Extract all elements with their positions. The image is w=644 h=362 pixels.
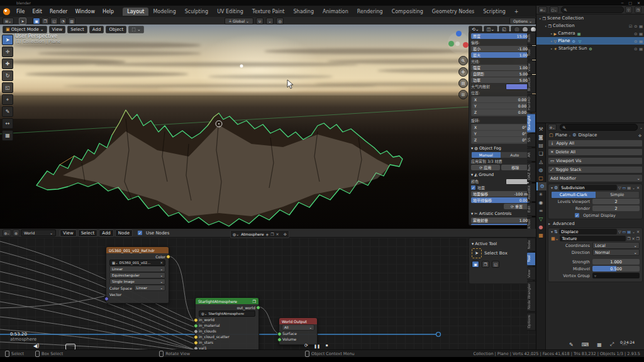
add-modifier-dropdown[interactable]: Add Modifier⌄	[548, 174, 643, 182]
realtime-display-icon[interactable]: ▭	[623, 229, 626, 234]
volume-input-socket[interactable]	[277, 337, 282, 342]
advanced-section[interactable]: ▸ Advanced	[546, 221, 644, 226]
outliner-row-starlight-sun[interactable]: •☀Starlight Sun⚙⊙▤	[536, 45, 644, 52]
value-field[interactable]: 雾散射量1.00	[471, 217, 530, 223]
use-nodes-toggle[interactable]: ✓ Use Nodes	[138, 231, 169, 236]
optimal-display-toggle[interactable]: ✓ Optimal Display	[548, 212, 642, 219]
transform-orientation-dropdown[interactable]: ⟂ Global ⌄	[225, 18, 253, 25]
transform-tool-icon[interactable]: ⌖	[2, 94, 13, 105]
camera-icon[interactable]: ▤	[639, 39, 643, 43]
speaker-icon[interactable]: ◀)	[33, 343, 39, 349]
annotate-tool-icon[interactable]: ✎	[2, 106, 13, 117]
move-tool-icon[interactable]: ✚	[2, 58, 13, 69]
color-swatch[interactable]	[506, 178, 530, 185]
camera-icon[interactable]: ▤	[639, 24, 643, 28]
viewport-vis-button[interactable]: ▭Viewport Vis	[548, 157, 643, 165]
viewport-menu-add[interactable]: Add	[89, 26, 104, 33]
axis-value-field[interactable]: Y0.00	[472, 103, 528, 109]
fake-user-icon[interactable]: ◈	[266, 232, 269, 236]
section-header-ground[interactable]: ▾◭Ground	[471, 172, 530, 178]
shader-node-editor[interactable]: ◍⌄ ◍ World ⌄ ViewSelectAddNode ✓ Use Nod…	[0, 229, 536, 349]
select-mode-new-icon[interactable]: ▣	[472, 261, 479, 268]
falloff-icon-4[interactable]: ◔	[59, 18, 67, 25]
mode-dropdown[interactable]: ▣ Object Mode ⌄	[3, 26, 47, 33]
measure-tool-icon[interactable]: ↔	[2, 118, 13, 129]
falloff-icon-2[interactable]: ❐	[42, 18, 49, 25]
workspace-tab-shading[interactable]: Shading	[289, 8, 318, 16]
value-slider[interactable]: 地平线偏移0.00	[471, 197, 530, 203]
select-mode-sub-icon[interactable]: ◱	[492, 261, 499, 268]
viewport-3d[interactable]: ▣ Object Mode ⌄ ViewSelectAddObject ⬚ ⌄ …	[0, 25, 536, 229]
workspace-tab-animation[interactable]: Animation	[318, 8, 353, 16]
midlevel-slider[interactable]: 0.500	[592, 266, 640, 272]
filter-funnel-icon[interactable]: ▽	[625, 6, 632, 13]
edit-mode-display-icon[interactable]: ▽	[618, 229, 621, 234]
maximize-button[interactable]: □	[628, 1, 632, 5]
node-editor-tab-options[interactable]: Options	[527, 312, 536, 331]
output-target-dropdown[interactable]: All⌄	[282, 324, 314, 331]
strength-field[interactable]: 1.000	[592, 259, 640, 265]
close-icon[interactable]: ✕	[636, 229, 640, 234]
menu-file[interactable]: File	[13, 8, 28, 16]
menu-edit[interactable]: Edit	[28, 8, 46, 16]
unlink-icon[interactable]: ✕	[160, 261, 163, 265]
modifier-name-field[interactable]: Displace	[559, 229, 617, 234]
output-icon[interactable]: ▤	[536, 141, 545, 150]
rotate-tool-icon[interactable]: ↻	[2, 70, 13, 81]
close-button[interactable]: ✕	[637, 1, 640, 5]
gizmo-y-axis[interactable]	[448, 41, 454, 47]
world-icon[interactable]: ◍	[536, 166, 545, 174]
equirectangular-dropdown[interactable]: Equirectangular⌄	[109, 272, 165, 278]
simple-button[interactable]: Simple	[596, 192, 640, 198]
pause-icon[interactable]: ❚❚	[314, 344, 320, 348]
camera-icon[interactable]: ▤	[639, 31, 643, 36]
reset-button[interactable]: ⟳重置	[504, 204, 530, 209]
gizmo-x-axis[interactable]	[463, 42, 469, 48]
colorspace-dropdown[interactable]: Linear⌄	[134, 285, 165, 291]
pin-icon[interactable]: ✜	[638, 133, 641, 138]
close-icon[interactable]: ✕	[636, 185, 640, 190]
disclosure-dot-icon[interactable]: •	[550, 39, 553, 43]
shader-type-dropdown[interactable]: World ⌄	[21, 229, 56, 236]
viewport-menu-select[interactable]: Select	[67, 26, 87, 33]
proportional-edit-icon[interactable]: ◎	[276, 18, 284, 25]
node-world-output[interactable]: World Output All⌄ SurfaceVolume	[279, 317, 318, 345]
navigation-gizmo[interactable]	[448, 32, 469, 53]
disclosure-triangle-icon[interactable]: ▾	[551, 229, 553, 234]
node-editor-tab-node[interactable]: Node	[527, 238, 536, 251]
--button[interactable]: 移除	[501, 165, 530, 170]
disclosure-dot-icon[interactable]: •	[545, 24, 547, 28]
physics-icon[interactable]: ◉	[536, 199, 545, 207]
in-cloud-scatter-input-socket[interactable]	[194, 335, 198, 339]
scene-icon[interactable]: ◬	[536, 158, 545, 166]
node-editor-tab-view[interactable]: View	[527, 266, 536, 280]
outliner-row-plane[interactable]: •▽Plane⚙▽⊙▤	[536, 37, 644, 45]
editor-type-button[interactable]: ◍⌄	[3, 229, 11, 236]
disclosure-triangle-icon[interactable]: ▾	[551, 185, 553, 190]
editor-type-button[interactable]: ⊞⌄	[3, 18, 14, 25]
outliner-row-collection[interactable]: •❒Collection☑⊙▤	[536, 22, 644, 30]
browse-icon[interactable]: ❒	[636, 236, 640, 241]
node-menu-node[interactable]: Node	[115, 229, 133, 237]
object-icon[interactable]: ▢	[536, 174, 545, 182]
outliner-filter-icon[interactable]: ▢⌄	[550, 6, 558, 13]
tool-icon[interactable]: ⚒	[536, 125, 545, 133]
workspace-tab-modeling[interactable]: Modeling	[148, 8, 180, 16]
n-panel-tab-view[interactable]: View	[527, 60, 536, 74]
n-panel-tab-ss[interactable]: SS	[527, 133, 536, 147]
modifier-name-field[interactable]: Subdivision	[559, 185, 617, 190]
node-editor-tab-tool[interactable]: Tool	[527, 252, 536, 266]
workspace-tab-uv-editing[interactable]: UV Editing	[213, 8, 248, 16]
menu-window[interactable]: Window	[71, 8, 99, 16]
surface-input-socket[interactable]	[277, 332, 282, 336]
material-icon[interactable]: ●	[536, 223, 545, 231]
value-slider[interactable]: 曝光1.00	[471, 224, 530, 226]
--button[interactable]: ⟳应用	[471, 165, 500, 170]
axis-value-field[interactable]: Z0.00	[472, 109, 528, 115]
n-panel-tab-daz-run[interactable]: DAZ Run	[527, 162, 536, 182]
cursor-tool-icon[interactable]: ✛	[2, 47, 13, 57]
render-display-icon[interactable]: ▤	[627, 229, 631, 234]
minimize-button[interactable]: ─	[621, 1, 624, 5]
n-panel-tab-ar[interactable]: AR	[527, 148, 536, 162]
disclosure-triangle-icon[interactable]: ▾	[472, 241, 474, 246]
